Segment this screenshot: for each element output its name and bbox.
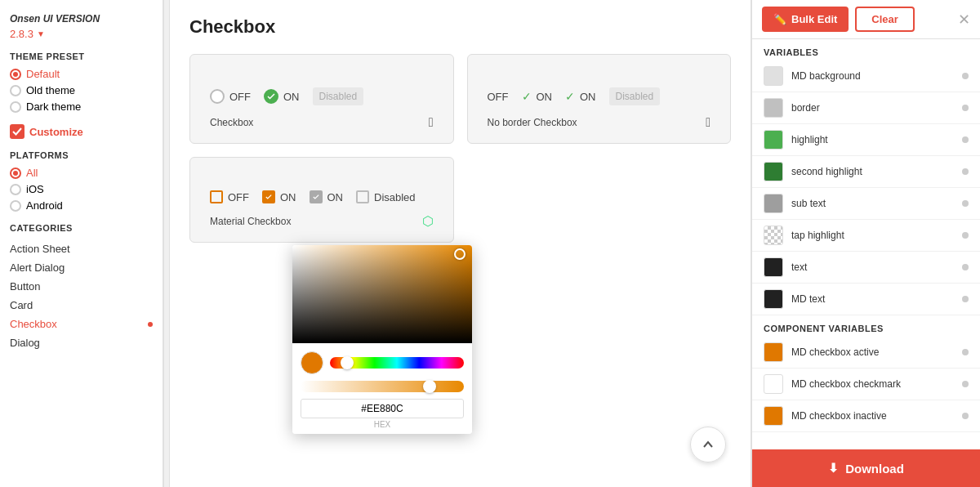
platforms-group: All iOS Android	[10, 167, 153, 212]
var-text-swatch	[764, 257, 783, 277]
ios-cb-on: ON	[264, 89, 300, 104]
version-value: 2.8.3	[10, 28, 33, 40]
theme-dark[interactable]: Dark theme	[10, 101, 153, 113]
customize-row[interactable]: Customize	[10, 124, 153, 139]
ios-off-label: OFF	[229, 91, 251, 103]
var-border-dot	[962, 105, 969, 111]
ios-on-label: ON	[283, 91, 300, 103]
color-picker[interactable]: HEX	[292, 245, 472, 434]
var-md-checkbox-checkmark[interactable]: MD checkbox checkmark	[752, 369, 980, 400]
var-sub-text[interactable]: sub text	[752, 188, 980, 220]
nb-cb-on2: ✓ ON	[565, 90, 596, 103]
preview-card-material: OFF ON ON	[189, 157, 454, 243]
var-border-name: border	[791, 102, 954, 114]
cat-card[interactable]: Card	[10, 296, 153, 315]
var-md-checkbox-active-swatch	[764, 342, 783, 362]
apple-icon-2: 	[706, 115, 710, 130]
var-tap-highlight[interactable]: tap highlight	[752, 220, 980, 252]
variables-list: MD background border highlight second hi…	[752, 60, 980, 315]
var-second-highlight-dot	[962, 168, 969, 175]
picker-gradient[interactable]	[292, 245, 472, 343]
picker-alpha-thumb[interactable]	[423, 380, 436, 393]
picker-alpha-bar[interactable]	[301, 381, 464, 392]
customize-checkbox-icon	[10, 124, 24, 139]
right-panel: ✏️ Bulk Edit Clear ✕ VARIABLES MD backgr…	[751, 0, 980, 487]
var-text-dot	[962, 264, 969, 270]
var-highlight-swatch	[764, 130, 783, 150]
sidebar-divider	[163, 0, 170, 487]
var-highlight[interactable]: highlight	[752, 124, 980, 156]
var-md-checkbox-inactive-name: MD checkbox inactive	[791, 410, 954, 422]
cat-checkbox-dot	[148, 322, 153, 327]
bulk-edit-button[interactable]: ✏️ Bulk Edit	[762, 7, 849, 32]
var-md-checkbox-checkmark-name: MD checkbox checkmark	[791, 378, 954, 390]
mat-off-label: OFF	[228, 191, 249, 203]
preview-card-no-border: OFF ✓ ON ✓ ON Disabled No border Checkbo…	[467, 54, 732, 144]
var-md-checkbox-checkmark-swatch	[764, 374, 783, 394]
apple-icon: 	[429, 115, 434, 130]
download-label: Download	[845, 462, 904, 476]
theme-default[interactable]: Default	[10, 68, 153, 80]
picker-row1	[301, 351, 464, 374]
theme-old[interactable]: Old theme	[10, 84, 153, 96]
mat-cb-on2: ON	[310, 190, 344, 203]
var-md-checkbox-active[interactable]: MD checkbox active	[752, 337, 980, 369]
nb-cb-off: OFF	[488, 91, 509, 103]
mat-on2-label: ON	[327, 191, 344, 203]
mat-cb-off: OFF	[210, 190, 249, 203]
cat-action-sheet[interactable]: Action Sheet	[10, 239, 153, 258]
platform-all[interactable]: All	[10, 167, 153, 179]
mat-checkbox-row: OFF ON ON	[210, 190, 434, 203]
var-md-text-name: MD text	[791, 293, 954, 305]
panel-header: ✏️ Bulk Edit Clear ✕	[752, 0, 980, 39]
cat-dialog[interactable]: Dialog	[10, 333, 153, 352]
var-md-checkbox-inactive-dot	[962, 413, 969, 419]
var-sub-text-name: sub text	[791, 198, 954, 209]
var-second-highlight-swatch	[764, 162, 783, 181]
platform-android-label: Android	[26, 199, 63, 212]
pencil-icon: ✏️	[773, 13, 786, 25]
preview-grid: OFF ON Disabled Checkbox 	[189, 54, 731, 243]
nb-cb-on1: ✓ ON	[522, 90, 553, 103]
platforms-label: PLATFORMS	[10, 150, 153, 160]
var-highlight-name: highlight	[791, 134, 954, 145]
picker-color-preview	[301, 351, 323, 374]
platform-android[interactable]: Android	[10, 199, 153, 212]
card-2-text: No border Checkbox	[488, 117, 577, 128]
theme-old-label: Old theme	[26, 84, 75, 96]
var-md-text[interactable]: MD text	[752, 284, 980, 315]
cat-alert-dialog[interactable]: Alert Dialog	[10, 258, 153, 277]
var-md-checkbox-inactive-swatch	[764, 406, 783, 426]
var-border[interactable]: border	[752, 92, 980, 124]
cat-checkbox-label: Checkbox	[10, 318, 57, 330]
categories-list: Action Sheet Alert Dialog Button Card Ch…	[10, 239, 153, 352]
theme-preset-group: Default Old theme Dark theme	[10, 68, 153, 113]
sidebar-brand: Onsen UI VERSION	[10, 13, 153, 25]
picker-cursor[interactable]	[454, 248, 466, 260]
cat-button[interactable]: Button	[10, 277, 153, 296]
radio-ios-icon	[10, 184, 21, 195]
card-1-label: Checkbox 	[210, 115, 434, 130]
var-tap-highlight-dot	[962, 232, 969, 239]
download-icon: ⬇	[828, 461, 839, 476]
picker-hue-thumb[interactable]	[341, 356, 354, 369]
var-text[interactable]: text	[752, 252, 980, 284]
var-tap-highlight-name: tap highlight	[791, 230, 954, 241]
scroll-up-button[interactable]	[690, 427, 726, 462]
var-second-highlight[interactable]: second highlight	[752, 156, 980, 188]
picker-hue-bar[interactable]	[330, 357, 464, 369]
close-button[interactable]: ✕	[958, 11, 970, 29]
platform-ios[interactable]: iOS	[10, 183, 153, 195]
clear-button[interactable]: Clear	[855, 7, 915, 32]
var-md-checkbox-active-name: MD checkbox active	[791, 346, 954, 358]
version-chevron-icon[interactable]: ▼	[37, 29, 45, 38]
cat-checkbox[interactable]: Checkbox	[10, 315, 153, 333]
ios-off-icon	[210, 89, 225, 104]
ios-checkbox-row: OFF ON Disabled	[210, 87, 434, 105]
var-md-checkbox-inactive[interactable]: MD checkbox inactive	[752, 400, 980, 432]
picker-hex-input[interactable]	[301, 399, 464, 418]
download-button[interactable]: ⬇ Download	[752, 449, 980, 487]
ios-disabled: Disabled	[313, 87, 364, 105]
nb-on-check-icon: ✓	[522, 90, 532, 103]
var-md-background[interactable]: MD background	[752, 60, 980, 92]
